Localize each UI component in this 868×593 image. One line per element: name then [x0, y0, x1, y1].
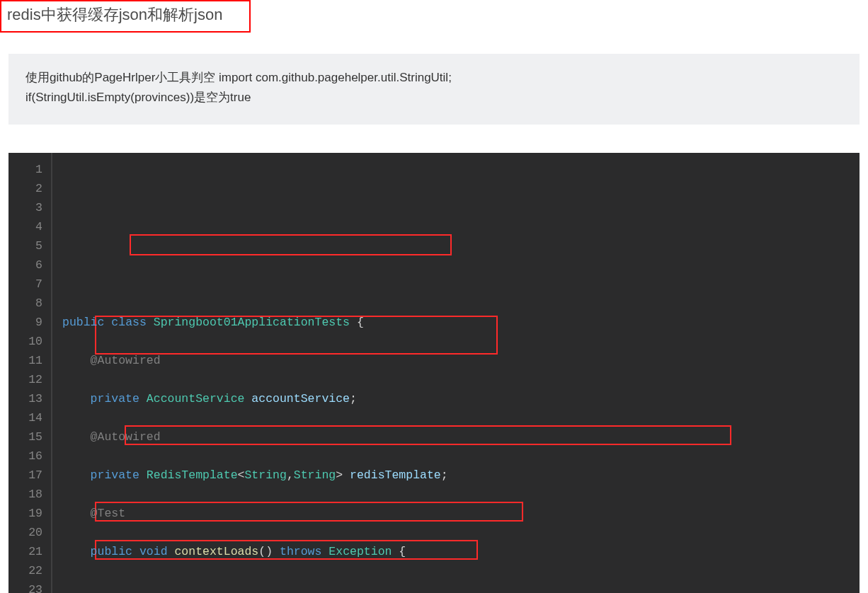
- line-number: 22: [8, 561, 42, 580]
- code-line: [62, 580, 860, 593]
- code-line: private AccountService accountService;: [62, 389, 860, 408]
- line-number: 7: [8, 275, 42, 294]
- line-number: 12: [8, 370, 42, 389]
- line-number: 17: [8, 466, 42, 485]
- code-line: @Autowired: [62, 351, 860, 370]
- line-number: 5: [8, 236, 42, 255]
- code-area: public class Springboot01ApplicationTest…: [52, 153, 860, 593]
- highlight-box: [130, 234, 452, 255]
- line-number: 15: [8, 427, 42, 447]
- code-line: public void contextLoads() throws Except…: [62, 542, 860, 561]
- line-number: 3: [8, 198, 42, 217]
- note-line-2: if(StringUtil.isEmpty(provinces))是空为true: [25, 88, 843, 108]
- line-number: 14: [8, 408, 42, 427]
- code-line: private RedisTemplate<String,String> red…: [62, 466, 860, 485]
- line-number: 4: [8, 217, 42, 236]
- line-number-gutter: 1234567891011121314151617181920212223: [8, 153, 52, 593]
- line-number: 18: [8, 485, 42, 504]
- line-number: 19: [8, 504, 42, 523]
- code-line: public class Springboot01ApplicationTest…: [62, 313, 860, 332]
- description-box: 使用github的PageHrlper小工具判空 import com.gith…: [8, 54, 860, 125]
- line-number: 8: [8, 294, 42, 313]
- line-number: 1: [8, 160, 42, 179]
- code-line: @Test: [62, 504, 860, 523]
- line-number: 10: [8, 332, 42, 351]
- line-number: 9: [8, 313, 42, 332]
- note-line-1: 使用github的PageHrlper小工具判空 import com.gith…: [25, 68, 843, 88]
- section-heading: redis中获得缓存json和解析json: [0, 0, 251, 33]
- code-editor: 1234567891011121314151617181920212223 pu…: [8, 153, 860, 593]
- line-number: 16: [8, 447, 42, 466]
- line-number: 11: [8, 351, 42, 370]
- line-number: 2: [8, 179, 42, 198]
- line-number: 20: [8, 523, 42, 542]
- code-line: @Autowired: [62, 427, 860, 447]
- line-number: 21: [8, 542, 42, 561]
- line-number: 13: [8, 389, 42, 408]
- line-number: 6: [8, 255, 42, 275]
- line-number: 23: [8, 580, 42, 593]
- heading-text: redis中获得缓存json和解析json: [7, 6, 222, 23]
